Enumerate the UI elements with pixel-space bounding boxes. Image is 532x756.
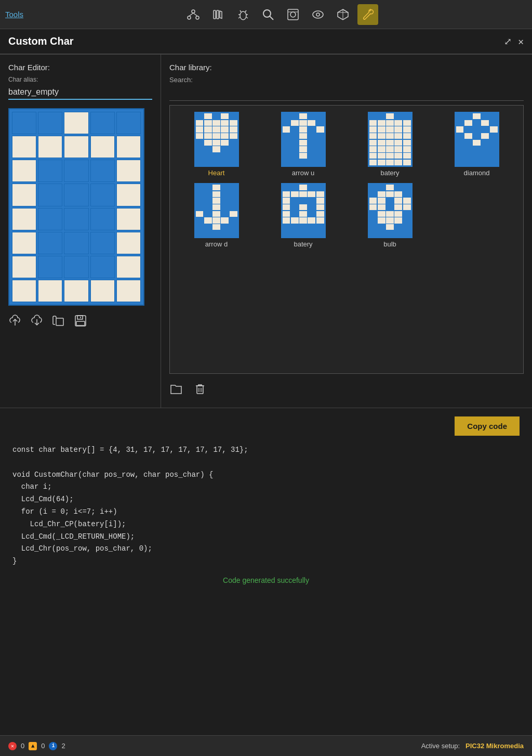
pixel-cell[interactable]: [90, 208, 115, 230]
pixel-cell[interactable]: [64, 208, 88, 230]
info-icon: i: [49, 742, 57, 750]
library-item[interactable]: batery: [350, 112, 430, 177]
svg-point-19: [313, 11, 323, 18]
library-item-label: batery: [380, 169, 399, 177]
pixel-cell[interactable]: [12, 112, 36, 134]
svg-point-2: [196, 16, 199, 19]
char-alias-label: Char alias:: [8, 76, 152, 83]
pixel-cell[interactable]: [12, 160, 36, 182]
svg-line-8: [240, 10, 241, 12]
search-icon-button[interactable]: [258, 4, 278, 25]
pixel-cell[interactable]: [12, 136, 36, 158]
pixel-cell[interactable]: [116, 112, 141, 134]
library-actions: [169, 382, 524, 399]
pixel-cell[interactable]: [116, 256, 141, 278]
pixel-cell[interactable]: [116, 232, 141, 254]
pixel-cell[interactable]: [38, 184, 62, 206]
library-item[interactable]: bulb: [350, 183, 430, 248]
svg-point-7: [240, 11, 246, 20]
library-item[interactable]: batery: [263, 183, 343, 248]
library-folder-icon-button[interactable]: [169, 382, 183, 399]
pixel-cell[interactable]: [38, 232, 62, 254]
code-block: const char batery[] = {4, 31, 17, 17, 17…: [12, 444, 520, 568]
close-button[interactable]: ✕: [518, 36, 524, 47]
view-icon-button[interactable]: [308, 4, 328, 25]
info-count: 2: [61, 742, 65, 750]
pixel-cell[interactable]: [38, 136, 62, 158]
svg-point-20: [316, 13, 320, 16]
inspector-icon-button[interactable]: [283, 4, 303, 25]
svg-rect-6: [217, 10, 219, 19]
pixel-cell[interactable]: [64, 136, 88, 158]
library-item[interactable]: arrow d: [176, 183, 257, 248]
copy-code-button[interactable]: Copy code: [455, 416, 520, 436]
pixel-cell[interactable]: [64, 112, 88, 134]
pixel-cell[interactable]: [38, 160, 62, 182]
pixel-cell[interactable]: [90, 136, 115, 158]
wrench-icon-button[interactable]: [357, 4, 378, 25]
pixel-cell[interactable]: [12, 184, 36, 206]
pixel-cell[interactable]: [90, 184, 115, 206]
svg-point-0: [192, 10, 195, 13]
window-title: Custom Char: [8, 35, 504, 47]
char-library-title: Char library:: [169, 63, 524, 72]
svg-rect-25: [56, 318, 63, 325]
debug-icon-button[interactable]: [233, 4, 254, 25]
editor-actions: [8, 314, 152, 331]
pixel-cell[interactable]: [116, 280, 141, 302]
pixel-cell[interactable]: [64, 184, 88, 206]
pixel-cell[interactable]: [38, 280, 62, 302]
pixel-cell[interactable]: [116, 184, 141, 206]
copy-char-icon-button[interactable]: [52, 314, 65, 331]
pixel-cell[interactable]: [12, 280, 36, 302]
3d-icon-button[interactable]: [332, 4, 353, 25]
pixel-cell[interactable]: [12, 256, 36, 278]
pixel-cell[interactable]: [90, 160, 115, 182]
pixel-cell[interactable]: [64, 256, 88, 278]
search-input[interactable]: [169, 88, 524, 101]
pixel-cell[interactable]: [38, 112, 62, 134]
main-content: Char Editor: Char alias: batery_empty: [0, 55, 532, 408]
expand-button[interactable]: ⤢: [504, 36, 512, 47]
char-editor-title: Char Editor:: [8, 63, 152, 72]
pixel-cell[interactable]: [64, 280, 88, 302]
library-item[interactable]: arrow u: [263, 112, 343, 177]
pixel-editor-grid[interactable]: [8, 108, 144, 306]
pixel-cell[interactable]: [64, 160, 88, 182]
save-icon-button[interactable]: [74, 314, 87, 331]
pixel-cell[interactable]: [90, 112, 115, 134]
library-delete-icon-button[interactable]: [193, 382, 207, 399]
svg-point-1: [188, 16, 191, 19]
char-library-panel: Char library: Search: Heartarrow ubatery…: [161, 55, 532, 408]
status-bar: ✕ 0 ▲ 0 i 2 Active setup: PIC32 Mikromed…: [0, 735, 532, 756]
upload-icon-button[interactable]: [8, 314, 22, 331]
pixel-cell[interactable]: [64, 232, 88, 254]
error-icon: ✕: [8, 742, 17, 750]
library-item-label: Heart: [208, 169, 225, 177]
pixel-cell[interactable]: [90, 256, 115, 278]
svg-rect-28: [76, 321, 85, 325]
search-label: Search:: [169, 76, 524, 84]
download-icon-button[interactable]: [30, 314, 44, 331]
pixel-cell[interactable]: [116, 136, 141, 158]
status-right: Active setup: PIC32 Mikromedia: [421, 742, 524, 750]
warning-icon: ▲: [29, 742, 37, 750]
library-item-label: arrow u: [292, 169, 314, 177]
tools-menu-button[interactable]: Tools: [5, 10, 23, 19]
pixel-cell[interactable]: [90, 232, 115, 254]
pixel-cell[interactable]: [116, 208, 141, 230]
pixel-cell[interactable]: [38, 256, 62, 278]
pixel-cell[interactable]: [12, 208, 36, 230]
library-item[interactable]: Heart: [176, 112, 257, 177]
library-grid: Heartarrow ubaterydiamondarrow dbaterybu…: [176, 112, 517, 248]
svg-line-12: [238, 17, 240, 18]
pixel-cell[interactable]: [12, 232, 36, 254]
library-item[interactable]: diamond: [436, 112, 517, 177]
pixel-cell[interactable]: [116, 160, 141, 182]
status-left: ✕ 0 ▲ 0 i 2: [8, 742, 65, 750]
svg-rect-16: [288, 9, 298, 20]
pixel-cell[interactable]: [38, 208, 62, 230]
library-icon-button[interactable]: [208, 4, 229, 25]
network-icon-button[interactable]: [183, 4, 204, 25]
pixel-cell[interactable]: [90, 280, 115, 302]
